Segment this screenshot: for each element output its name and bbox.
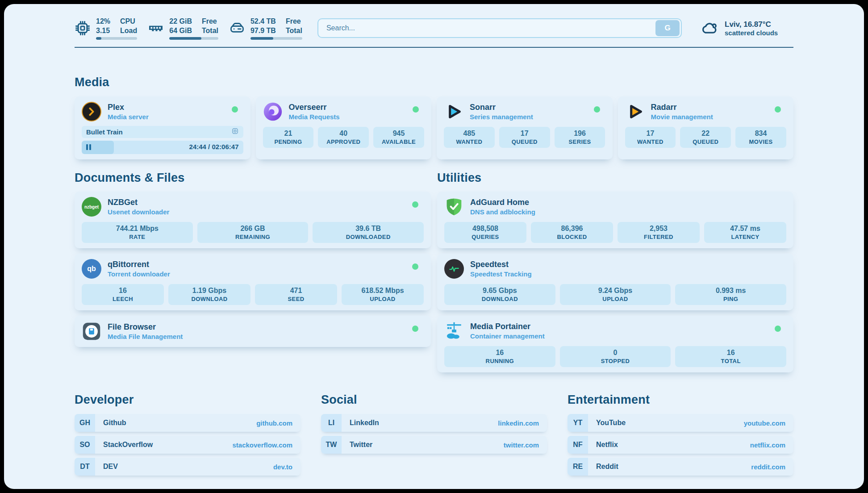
stat-movies: 834 MOVIES — [735, 127, 786, 148]
search-engine-button[interactable]: G — [655, 20, 680, 36]
stat-leech: 16 LEECH — [82, 284, 164, 305]
app-card-speedtest[interactable]: Speedtest Speedtest Tracking 9.65 Gbps D… — [437, 254, 793, 310]
bookmark-url: dev.to — [273, 463, 292, 471]
weather-location-temp: Lviv, 16.87°C — [725, 20, 778, 29]
app-card-nzbget[interactable]: nzbget NZBGet Usenet downloader 744.21 M… — [75, 192, 431, 248]
ram-total-value: 64 GiB — [169, 26, 192, 35]
app-name: File Browser — [108, 322, 183, 332]
status-dot — [232, 106, 238, 113]
status-dot — [412, 201, 418, 208]
app-name: AdGuard Home — [470, 198, 535, 207]
section-title-social: Social — [321, 393, 547, 407]
bookmark-abbr: SO — [75, 436, 95, 454]
app-name: qBittorrent — [108, 260, 170, 269]
stat-rate: 744.21 Mbps RATE — [82, 222, 193, 243]
bookmark-abbr: LI — [321, 414, 342, 432]
bookmark-url: github.com — [256, 419, 292, 427]
stat-seed: 471 SEED — [255, 284, 337, 305]
stat-approved: 40 APPROVED — [318, 127, 369, 148]
search-input[interactable] — [318, 24, 655, 32]
ram-free-value: 22 GiB — [169, 17, 192, 26]
section-title-documents: Documents & Files — [75, 171, 431, 185]
stat-available: 945 AVAILABLE — [373, 127, 424, 148]
stat-upload: 9.24 Gbps UPLOAD — [560, 284, 671, 305]
stat-download: 9.65 Gbps DOWNLOAD — [444, 284, 555, 305]
ram-progressbar — [169, 37, 218, 40]
nzbget-icon: nzbget — [82, 197, 101, 217]
bookmark-name: Github — [103, 419, 126, 427]
bookmark-linkedin[interactable]: LI LinkedIn linkedin.com — [321, 414, 547, 432]
status-dot — [775, 326, 781, 332]
bookmark-reddit[interactable]: RE Reddit reddit.com — [568, 458, 793, 476]
app-card-plex[interactable]: Plex Media server Bullet Train — [75, 96, 250, 159]
bookmark-youtube[interactable]: YT YouTube youtube.com — [568, 414, 793, 432]
stat-wanted: 485 WANTED — [444, 127, 495, 148]
cpu-percent: 12% — [96, 17, 110, 26]
qbittorrent-icon: qb — [82, 259, 101, 279]
stat-queries: 498,508 QUERIES — [444, 222, 526, 243]
bookmark-group-entertainment: Entertainment YT YouTube youtube.com NF … — [568, 393, 793, 476]
cpu-stat: 12% 3.15 CPU Load — [75, 17, 137, 40]
app-card-overseerr[interactable]: Overseerr Media Requests 21 PENDING 40 A… — [256, 96, 432, 159]
weather-condition: scattered clouds — [725, 29, 778, 37]
topbar-divider — [75, 47, 793, 48]
bookmark-github[interactable]: GH Github github.com — [75, 414, 300, 432]
bookmark-name: YouTube — [596, 419, 626, 427]
disk-free-value: 52.4 TB — [250, 17, 276, 26]
app-desc: Media server — [108, 113, 149, 121]
app-desc: Media Requests — [289, 113, 340, 121]
app-name: Overseerr — [289, 103, 340, 112]
cloud-icon — [700, 18, 719, 38]
plex-now-playing: Bullet Train 24:44 / 02:06:47 — [82, 126, 243, 154]
section-title-entertainment: Entertainment — [568, 393, 793, 407]
disk-progressbar — [250, 37, 302, 40]
app-desc: Usenet downloader — [108, 208, 169, 216]
app-card-filebrowser[interactable]: File Browser Media File Management — [75, 316, 431, 347]
app-card-sonarr[interactable]: Sonarr Series management 485 WANTED 17 Q… — [437, 96, 613, 159]
app-desc: Series management — [470, 113, 533, 121]
app-card-portainer[interactable]: Media Portainer Container management 16 … — [437, 316, 793, 372]
bookmark-dev[interactable]: DT DEV dev.to — [75, 458, 300, 476]
bookmark-abbr: NF — [568, 436, 588, 454]
topbar: 12% 3.15 CPU Load — [75, 17, 793, 40]
section-title-media: Media — [75, 75, 793, 89]
bookmark-stackoverflow[interactable]: SO StackOverflow stackoverflow.com — [75, 436, 300, 454]
bookmark-abbr: GH — [75, 414, 95, 432]
app-card-radarr[interactable]: Radarr Movie management 17 WANTED 22 QUE… — [618, 96, 794, 159]
overseerr-icon — [263, 102, 283, 121]
section-title-developer: Developer — [75, 393, 300, 407]
app-name: Speedtest — [470, 260, 532, 269]
bookmark-abbr: TW — [321, 436, 342, 454]
bookmark-name: DEV — [103, 463, 118, 471]
documents-column: Documents & Files nzbget NZBGet Usenet d… — [75, 171, 431, 372]
disk-free-label: Free — [286, 17, 302, 26]
app-card-qbittorrent[interactable]: qb qBittorrent Torrent downloader 16 LEE… — [75, 254, 431, 310]
stat-download: 1.19 Gbps DOWNLOAD — [168, 284, 250, 305]
bookmark-abbr: RE — [568, 458, 588, 476]
dashboard-page: 12% 3.15 CPU Load — [4, 4, 864, 489]
disk-total-label: Total — [286, 26, 302, 35]
weather-widget[interactable]: Lviv, 16.87°C scattered clouds — [700, 18, 793, 38]
stat-series: 196 SERIES — [555, 127, 605, 148]
bookmark-twitter[interactable]: TW Twitter twitter.com — [321, 436, 547, 454]
bookmark-url: twitter.com — [504, 441, 539, 449]
ram-total-label: Total — [202, 26, 218, 35]
pause-icon — [86, 144, 91, 150]
stat-upload: 618.52 Mbps UPLOAD — [342, 284, 424, 305]
bookmark-netflix[interactable]: NF Netflix netflix.com — [568, 436, 793, 454]
now-playing-progressbar[interactable]: 24:44 / 02:06:47 — [82, 141, 243, 154]
app-desc: Torrent downloader — [108, 270, 170, 278]
stat-queued: 17 QUEUED — [499, 127, 550, 148]
section-title-utilities: Utilities — [437, 171, 793, 185]
app-name: Plex — [108, 103, 149, 112]
bookmark-name: LinkedIn — [350, 419, 379, 427]
ram-free-label: Free — [202, 17, 218, 26]
stat-pending: 21 PENDING — [263, 127, 314, 148]
stat-wanted: 17 WANTED — [625, 127, 676, 148]
sonarr-icon — [444, 102, 463, 121]
app-card-adguard[interactable]: AdGuard Home DNS and adblocking 498,508 … — [437, 192, 793, 248]
app-desc: Container management — [470, 332, 545, 340]
bookmark-url: linkedin.com — [498, 419, 539, 427]
now-playing-settings-icon[interactable] — [231, 127, 239, 137]
bookmark-group-developer: Developer GH Github github.com SO StackO… — [75, 393, 300, 476]
